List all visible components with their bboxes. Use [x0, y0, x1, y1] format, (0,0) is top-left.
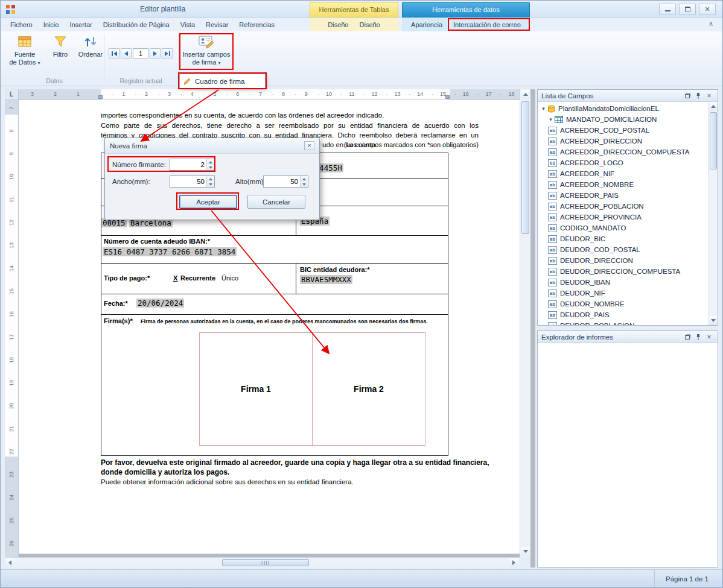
chevron-down-icon[interactable]: ▾ [540, 106, 547, 112]
collapse-ribbon-icon[interactable]: ∧ [709, 20, 713, 28]
field-list-item[interactable]: ab CODIGO_MANDATO [538, 223, 709, 233]
left-indent-marker[interactable] [98, 95, 103, 99]
field-list-item[interactable]: ab DEUDOR_COD_POSTAL [538, 244, 709, 255]
alto-input[interactable] [264, 176, 300, 187]
ruler-number: 3 [27, 91, 39, 97]
scroll-left-button[interactable] [5, 558, 14, 567]
aceptar-button[interactable]: Aceptar [179, 195, 237, 209]
ribbon-tab-contextual[interactable]: Apariencia [406, 18, 448, 31]
scroll-down-button[interactable] [521, 547, 530, 556]
ribbon-tab-contextual[interactable]: Diseño [354, 18, 386, 31]
field-list-item[interactable]: ab DEUDOR_POBLACION [538, 320, 709, 325]
field-list-item[interactable]: ab DEUDOR_NIF [538, 288, 709, 299]
field-list-item[interactable]: ab ACREEDOR_NIF [538, 168, 709, 179]
close-panel-icon[interactable]: × [704, 332, 714, 341]
ribbon-tab-contextual[interactable]: Intercalación de correo [448, 18, 526, 31]
maximize-panel-icon[interactable] [683, 91, 692, 100]
ruler-number: 2 [141, 91, 153, 97]
caret-down-icon: ▾ [218, 60, 220, 66]
alto-spinner[interactable] [300, 176, 308, 187]
field-name: ACREEDOR_PROVINCIA [560, 213, 642, 221]
chevron-down-icon[interactable]: ▾ [547, 116, 555, 122]
vertical-scrollbar[interactable] [520, 89, 530, 557]
ruler-number: 1 [118, 91, 130, 97]
last-record-button[interactable] [162, 48, 173, 58]
first-record-button[interactable] [109, 48, 119, 58]
field-name: DEUDOR_DIRECCION [560, 257, 633, 264]
field-list-item[interactable]: ab ACREEDOR_PAIS [538, 190, 709, 201]
numero-firmante-input[interactable] [170, 159, 206, 170]
field-type-icon: ab [548, 192, 557, 200]
field-list-item[interactable]: ab ACREEDOR_DIRECCION [538, 136, 709, 147]
field-list-item[interactable]: ab ACREEDOR_POBLACION [538, 201, 709, 212]
field-list-item[interactable]: ab ACREEDOR_NOMBRE [538, 179, 709, 190]
ancho-label: Ancho(mm): [112, 178, 150, 185]
field-list-item[interactable]: ab DEUDOR_DIRECCION [538, 255, 709, 266]
minimize-button[interactable] [659, 4, 676, 14]
group-label-registro: Registro actual [104, 77, 178, 84]
close-button[interactable]: × [699, 4, 716, 14]
statusbar: Página 1 de 1 [0, 569, 723, 588]
ribbon-tab[interactable]: Insertar [64, 18, 97, 31]
dialog-close-button[interactable]: × [304, 141, 314, 150]
field-list-item[interactable]: ab ACREEDOR_DIRECCION_COMPUESTA [538, 147, 709, 157]
field-list-scrollbar[interactable] [709, 102, 718, 325]
field-list-item[interactable]: ab DEUDOR_DIRECCION_COMPUESTA [538, 266, 709, 277]
field-type-icon: ab [548, 300, 557, 308]
vertical-scroll-thumb[interactable] [521, 101, 529, 234]
ruler-number: 23 [8, 470, 14, 479]
datasource-button[interactable]: Fuente de Datos ▾ [7, 34, 42, 67]
ribbon-tab-contextual[interactable]: Diseño [322, 18, 354, 31]
field-list-item[interactable]: ab DEUDOR_NOMBRE [538, 299, 709, 309]
cancelar-button[interactable]: Cancelar [247, 195, 305, 209]
dialog-titlebar[interactable]: Nueva firma × [105, 138, 319, 154]
numero-firmante-label: Número firmante: [112, 161, 166, 168]
filter-button[interactable]: Filtro [47, 34, 74, 58]
scroll-thumb[interactable] [710, 112, 717, 169]
scroll-right-button[interactable] [509, 558, 518, 567]
horizontal-scrollbar[interactable] [5, 557, 520, 567]
field-list-item[interactable]: ab DEUDOR_IBAN [538, 277, 709, 288]
numero-spinner[interactable] [206, 159, 214, 170]
ribbon-tab[interactable]: Referencias [234, 18, 280, 31]
field-list-item[interactable]: ab DEUDOR_PAIS [538, 309, 709, 320]
ruler-number: 13 [391, 91, 403, 97]
current-record-input[interactable] [133, 48, 148, 58]
pin-panel-icon[interactable] [693, 91, 703, 100]
ribbon-tab[interactable]: Inicio [38, 18, 65, 31]
scroll-down-button[interactable] [709, 316, 718, 325]
next-record-button[interactable] [150, 48, 161, 58]
table-node-icon [555, 116, 563, 123]
maximize-button[interactable] [679, 4, 696, 14]
ribbon-tab[interactable]: Vista [175, 18, 200, 31]
tree-table-node[interactable]: ▾ MANDATO_DOMICILIACION [538, 114, 709, 125]
previous-record-button[interactable] [121, 48, 132, 58]
ruler-number: 4 [186, 91, 198, 97]
ancho-spinner[interactable] [206, 176, 214, 187]
insert-signature-fields-button[interactable]: Insertar campos de firma ▾ [181, 34, 232, 67]
ancho-input[interactable] [170, 176, 206, 187]
tab-selector[interactable]: L [5, 89, 19, 100]
record-navigator [109, 48, 173, 58]
tree-root-node[interactable]: ▾ PlantillaMandatoDomiciliacionEL [538, 103, 709, 114]
field-list-item[interactable]: ab DEUDOR_BIC [538, 233, 709, 244]
field-list-item[interactable]: ab ACREEDOR_PROVINCIA [538, 212, 709, 223]
field-type-icon: ab [548, 279, 557, 286]
field-list-item[interactable]: ab ACREEDOR_COD_POSTAL [538, 125, 709, 136]
field-list-item[interactable]: 01 ACREEDOR_LOGO [538, 157, 709, 168]
scroll-up-button[interactable] [709, 102, 718, 111]
dialog-title: Nueva firma [110, 142, 147, 150]
ribbon-tab[interactable]: Distribución de Página [98, 18, 175, 31]
ribbon-tab[interactable]: Revisar [200, 18, 234, 31]
menu-item-cuadro-de-firma[interactable]: Cuadro de firma [195, 78, 244, 85]
contextual-group-table-tools: Herramientas de Tablas [310, 2, 398, 17]
maximize-panel-icon[interactable] [683, 332, 692, 341]
ruler-number: 9 [300, 91, 312, 97]
scroll-up-button[interactable] [521, 90, 530, 99]
close-panel-icon[interactable]: × [704, 91, 714, 100]
right-indent-marker[interactable] [445, 95, 450, 99]
pin-panel-icon[interactable] [693, 332, 703, 341]
ribbon-tab[interactable]: Fichero [5, 18, 38, 31]
horizontal-scroll-thumb[interactable] [222, 559, 309, 566]
sort-button[interactable]: Ordenar [76, 34, 105, 58]
